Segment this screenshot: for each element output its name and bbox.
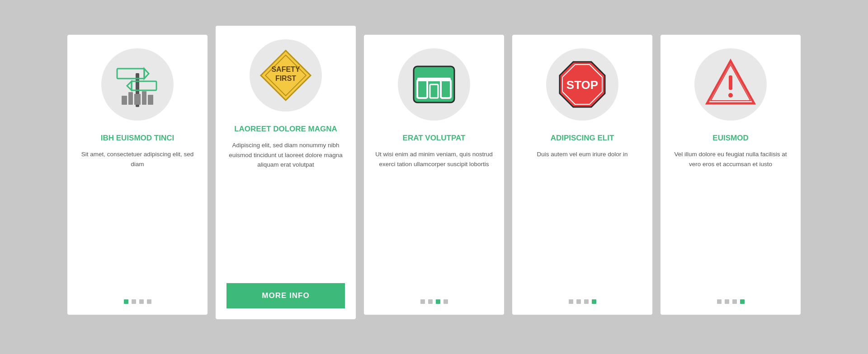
svg-rect-18 [417, 78, 451, 81]
dot-inactive [132, 299, 136, 304]
dot-inactive [717, 299, 722, 304]
highway-icon-circle [398, 48, 470, 121]
dot-active [124, 299, 128, 304]
card-5-body: Vel illum dolore eu feugiat nulla facili… [671, 149, 790, 287]
dot-inactive [443, 299, 448, 304]
card-1-title: IBH EUISMOD TINCI [101, 133, 174, 143]
dot-inactive [428, 299, 433, 304]
dot-active [436, 299, 440, 304]
card-3-title: ERAT VOLUTPAT [403, 133, 466, 143]
cards-container: IBH EUISMOD TINCI Sit amet, consectetuer… [40, 17, 828, 337]
dot-inactive [576, 299, 581, 304]
dot-inactive [725, 299, 729, 304]
warning-icon-circle [694, 48, 767, 121]
more-info-button[interactable]: MORE INFO [226, 283, 345, 308]
svg-text:SAFETY: SAFETY [271, 65, 300, 73]
svg-rect-3 [132, 81, 156, 90]
dot-inactive [139, 299, 144, 304]
card-2-title: LAOREET DOLORE MAGNA [234, 124, 337, 134]
svg-point-25 [728, 93, 733, 98]
svg-rect-6 [128, 92, 133, 105]
card-4-body: Duis autem vel eum iriure dolor in [537, 149, 627, 287]
card-1-dots [124, 299, 151, 304]
card-2-body: Adipiscing elit, sed diam nonummy nibh e… [226, 140, 345, 270]
svg-rect-9 [148, 95, 153, 105]
dot-inactive [732, 299, 737, 304]
card-3-dots [420, 299, 448, 304]
dot-inactive [584, 299, 589, 304]
dot-inactive [420, 299, 425, 304]
card-4-title: ADIPISCING ELIT [551, 133, 614, 143]
card-2: SAFETY FIRST LAOREET DOLORE MAGNA Adipis… [216, 26, 356, 319]
card-5: EUISMOD Vel illum dolore eu feugiat null… [660, 35, 801, 315]
card-1-body: Sit amet, consectetuer adipiscing elit, … [78, 149, 197, 287]
safety-first-icon: SAFETY FIRST [259, 48, 313, 102]
card-1: IBH EUISMOD TINCI Sit amet, consectetuer… [67, 35, 208, 315]
svg-rect-24 [729, 75, 732, 90]
card-4: STOP ADIPISCING ELIT Duis autem vel eum … [512, 35, 652, 315]
svg-marker-2 [144, 69, 149, 79]
dot-inactive [569, 299, 573, 304]
svg-text:STOP: STOP [566, 78, 598, 92]
dot-inactive [147, 299, 151, 304]
warning-icon [703, 57, 758, 112]
card-3: ERAT VOLUTPAT Ut wisi enim ad minim veni… [364, 35, 504, 315]
card-5-title: EUISMOD [712, 133, 748, 143]
card-5-dots [717, 299, 745, 304]
safety-first-icon-circle: SAFETY FIRST [250, 39, 322, 112]
svg-text:FIRST: FIRST [275, 75, 296, 82]
stop-icon-circle: STOP [546, 48, 618, 121]
dot-active [592, 299, 596, 304]
dot-active [740, 299, 745, 304]
card-3-body: Ut wisi enim ad minim veniam, quis nostr… [375, 149, 493, 287]
stop-icon: STOP [555, 57, 609, 112]
highway-icon [409, 60, 459, 109]
svg-marker-4 [127, 81, 132, 90]
svg-rect-5 [122, 96, 127, 105]
svg-rect-1 [117, 69, 144, 79]
svg-rect-7 [134, 94, 141, 105]
svg-rect-8 [142, 91, 146, 105]
card-4-dots [569, 299, 596, 304]
signpost-icon-circle [101, 48, 174, 121]
signpost-icon [113, 60, 162, 109]
